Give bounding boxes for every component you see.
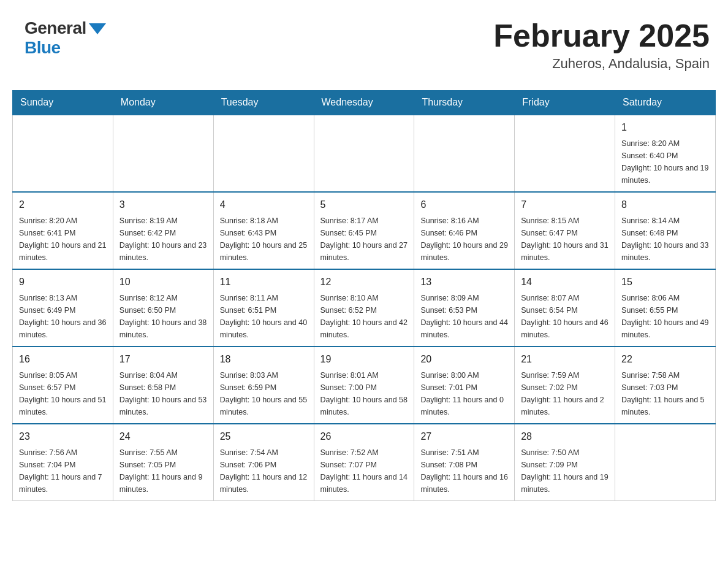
day-info: Sunrise: 8:05 AMSunset: 6:57 PMDaylight:… <box>19 369 107 418</box>
day-number: 11 <box>220 275 308 289</box>
calendar-cell: 16Sunrise: 8:05 AMSunset: 6:57 PMDayligh… <box>13 347 113 424</box>
day-number: 3 <box>119 197 207 212</box>
calendar-week-1: 1Sunrise: 8:20 AMSunset: 6:40 PMDaylight… <box>13 115 716 192</box>
day-number: 16 <box>19 352 107 367</box>
logo-general-text: General <box>25 18 86 38</box>
day-info: Sunrise: 8:20 AMSunset: 6:40 PMDaylight:… <box>621 137 709 186</box>
day-info: Sunrise: 7:50 AMSunset: 7:09 PMDaylight:… <box>521 446 609 496</box>
calendar-cell: 2Sunrise: 8:20 AMSunset: 6:41 PMDaylight… <box>13 192 113 269</box>
calendar-cell: 27Sunrise: 7:51 AMSunset: 7:08 PMDayligh… <box>414 424 515 501</box>
day-number: 9 <box>19 275 107 289</box>
day-info: Sunrise: 8:09 AMSunset: 6:53 PMDaylight:… <box>420 292 508 341</box>
day-info: Sunrise: 8:15 AMSunset: 6:47 PMDaylight:… <box>521 215 609 264</box>
calendar-week-2: 2Sunrise: 8:20 AMSunset: 6:41 PMDaylight… <box>13 192 716 269</box>
title-section: February 2025 Zuheros, Andalusia, Spain <box>493 18 710 72</box>
day-number: 25 <box>220 429 308 444</box>
day-number: 26 <box>320 429 408 444</box>
day-number: 10 <box>119 275 207 289</box>
calendar-cell: 18Sunrise: 8:03 AMSunset: 6:59 PMDayligh… <box>213 347 314 424</box>
day-number: 20 <box>420 352 508 367</box>
day-info: Sunrise: 7:52 AMSunset: 7:07 PMDaylight:… <box>320 446 408 496</box>
day-info: Sunrise: 8:18 AMSunset: 6:43 PMDaylight:… <box>220 215 308 264</box>
day-info: Sunrise: 8:03 AMSunset: 6:59 PMDaylight:… <box>220 369 308 418</box>
calendar-cell: 25Sunrise: 7:54 AMSunset: 7:06 PMDayligh… <box>213 424 314 501</box>
day-number: 1 <box>621 120 709 135</box>
day-number: 24 <box>119 429 207 444</box>
day-number: 27 <box>420 429 508 444</box>
weekday-header-sunday: Sunday <box>13 91 113 115</box>
calendar-cell: 15Sunrise: 8:06 AMSunset: 6:55 PMDayligh… <box>615 269 716 347</box>
day-info: Sunrise: 8:04 AMSunset: 6:58 PMDaylight:… <box>119 369 207 418</box>
calendar-cell <box>414 115 515 192</box>
calendar-cell <box>13 115 113 192</box>
day-info: Sunrise: 8:16 AMSunset: 6:46 PMDaylight:… <box>420 215 508 264</box>
page-header: General Blue February 2025 Zuheros, Anda… <box>12 12 716 78</box>
day-number: 15 <box>621 275 709 289</box>
day-info: Sunrise: 7:51 AMSunset: 7:08 PMDaylight:… <box>420 446 508 496</box>
month-title: February 2025 <box>493 18 710 53</box>
calendar-cell: 1Sunrise: 8:20 AMSunset: 6:40 PMDaylight… <box>615 115 716 192</box>
day-number: 22 <box>621 352 709 367</box>
logo-triangle-icon <box>89 23 106 34</box>
day-info: Sunrise: 7:55 AMSunset: 7:05 PMDaylight:… <box>119 446 207 496</box>
calendar-cell: 8Sunrise: 8:14 AMSunset: 6:48 PMDaylight… <box>615 192 716 269</box>
calendar-cell <box>615 424 716 501</box>
weekday-header-wednesday: Wednesday <box>314 91 414 115</box>
weekday-header-friday: Friday <box>515 91 615 115</box>
day-info: Sunrise: 8:12 AMSunset: 6:50 PMDaylight:… <box>119 292 207 341</box>
calendar-cell: 23Sunrise: 7:56 AMSunset: 7:04 PMDayligh… <box>13 424 113 501</box>
day-number: 12 <box>320 275 408 289</box>
day-number: 6 <box>420 197 508 212</box>
calendar-cell: 11Sunrise: 8:11 AMSunset: 6:51 PMDayligh… <box>213 269 314 347</box>
calendar-cell <box>213 115 314 192</box>
calendar-cell: 28Sunrise: 7:50 AMSunset: 7:09 PMDayligh… <box>515 424 615 501</box>
day-number: 18 <box>220 352 308 367</box>
day-info: Sunrise: 7:58 AMSunset: 7:03 PMDaylight:… <box>621 369 709 418</box>
day-info: Sunrise: 8:13 AMSunset: 6:49 PMDaylight:… <box>19 292 107 341</box>
day-info: Sunrise: 7:59 AMSunset: 7:02 PMDaylight:… <box>521 369 609 418</box>
day-info: Sunrise: 8:01 AMSunset: 7:00 PMDaylight:… <box>320 369 408 418</box>
calendar-cell: 12Sunrise: 8:10 AMSunset: 6:52 PMDayligh… <box>314 269 414 347</box>
calendar-cell: 10Sunrise: 8:12 AMSunset: 6:50 PMDayligh… <box>113 269 213 347</box>
day-info: Sunrise: 8:17 AMSunset: 6:45 PMDaylight:… <box>320 215 408 264</box>
day-info: Sunrise: 7:54 AMSunset: 7:06 PMDaylight:… <box>220 446 308 496</box>
calendar-cell: 20Sunrise: 8:00 AMSunset: 7:01 PMDayligh… <box>414 347 515 424</box>
weekday-header-saturday: Saturday <box>615 91 716 115</box>
day-number: 4 <box>220 197 308 212</box>
calendar-cell: 26Sunrise: 7:52 AMSunset: 7:07 PMDayligh… <box>314 424 414 501</box>
calendar-cell <box>113 115 213 192</box>
day-info: Sunrise: 8:10 AMSunset: 6:52 PMDaylight:… <box>320 292 408 341</box>
day-info: Sunrise: 8:14 AMSunset: 6:48 PMDaylight:… <box>621 215 709 264</box>
calendar-cell: 4Sunrise: 8:18 AMSunset: 6:43 PMDaylight… <box>213 192 314 269</box>
calendar-week-4: 16Sunrise: 8:05 AMSunset: 6:57 PMDayligh… <box>13 347 716 424</box>
calendar-cell: 14Sunrise: 8:07 AMSunset: 6:54 PMDayligh… <box>515 269 615 347</box>
calendar-cell: 13Sunrise: 8:09 AMSunset: 6:53 PMDayligh… <box>414 269 515 347</box>
calendar-cell: 19Sunrise: 8:01 AMSunset: 7:00 PMDayligh… <box>314 347 414 424</box>
calendar-week-5: 23Sunrise: 7:56 AMSunset: 7:04 PMDayligh… <box>13 424 716 501</box>
day-info: Sunrise: 8:00 AMSunset: 7:01 PMDaylight:… <box>420 369 508 418</box>
weekday-header-thursday: Thursday <box>414 91 515 115</box>
calendar-week-3: 9Sunrise: 8:13 AMSunset: 6:49 PMDaylight… <box>13 269 716 347</box>
day-info: Sunrise: 7:56 AMSunset: 7:04 PMDaylight:… <box>19 446 107 496</box>
weekday-header-monday: Monday <box>113 91 213 115</box>
logo-blue-text: Blue <box>25 38 61 58</box>
calendar-table: SundayMondayTuesdayWednesdayThursdayFrid… <box>12 90 716 501</box>
day-info: Sunrise: 8:20 AMSunset: 6:41 PMDaylight:… <box>19 215 107 264</box>
day-number: 23 <box>19 429 107 444</box>
calendar-cell: 5Sunrise: 8:17 AMSunset: 6:45 PMDaylight… <box>314 192 414 269</box>
day-number: 21 <box>521 352 609 367</box>
day-number: 13 <box>420 275 508 289</box>
day-number: 19 <box>320 352 408 367</box>
calendar-cell: 6Sunrise: 8:16 AMSunset: 6:46 PMDaylight… <box>414 192 515 269</box>
location-title: Zuheros, Andalusia, Spain <box>493 56 710 72</box>
day-number: 5 <box>320 197 408 212</box>
calendar-cell: 9Sunrise: 8:13 AMSunset: 6:49 PMDaylight… <box>13 269 113 347</box>
calendar-cell: 21Sunrise: 7:59 AMSunset: 7:02 PMDayligh… <box>515 347 615 424</box>
day-info: Sunrise: 8:11 AMSunset: 6:51 PMDaylight:… <box>220 292 308 341</box>
day-number: 28 <box>521 429 609 444</box>
calendar-cell: 17Sunrise: 8:04 AMSunset: 6:58 PMDayligh… <box>113 347 213 424</box>
day-info: Sunrise: 8:19 AMSunset: 6:42 PMDaylight:… <box>119 215 207 264</box>
weekday-header-row: SundayMondayTuesdayWednesdayThursdayFrid… <box>13 91 716 115</box>
calendar-cell: 3Sunrise: 8:19 AMSunset: 6:42 PMDaylight… <box>113 192 213 269</box>
logo: General Blue <box>25 18 106 58</box>
